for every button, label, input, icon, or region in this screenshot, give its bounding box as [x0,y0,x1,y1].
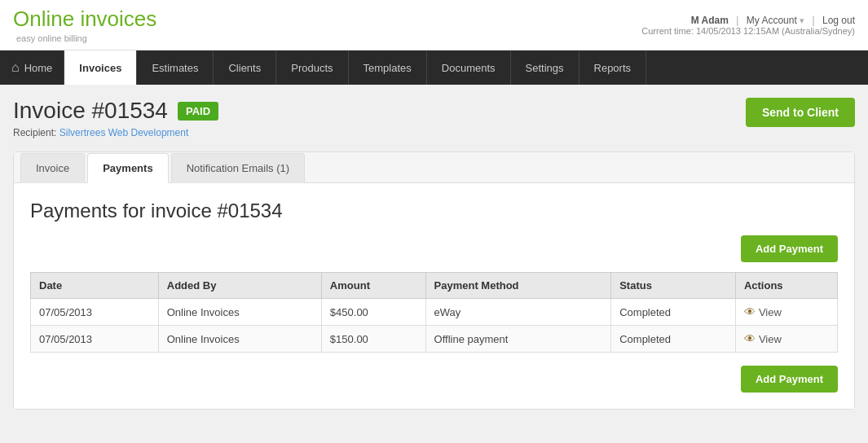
nav-item-reports[interactable]: Reports [579,50,647,85]
tabs: Invoice Payments Notification Emails (1) [14,152,854,183]
nav-item-clients[interactable]: Clients [214,50,276,85]
nav-item-templates[interactable]: Templates [349,50,427,85]
logo: Online invoices [13,7,156,32]
top-header: Online invoices easy online billing M Ad… [0,0,868,50]
home-icon: ⌂ [11,60,20,75]
separator2: | [812,15,814,26]
col-header-added-by: Added By [158,273,321,299]
main-nav: ⌂ Home Invoices Estimates Clients Produc… [0,50,868,85]
tab-invoice-label: Invoice [36,162,69,174]
add-payment-button-bottom[interactable]: Add Payment [741,366,838,393]
cell-date: 07/05/2013 [31,299,159,326]
user-area: M Adam | My Account ▾ | Log out Current … [641,15,855,36]
current-time: Current time: 14/05/2013 12:15AM (Austra… [641,26,855,36]
content-area: Invoice #01534 PAID Recipient: Silvertre… [0,85,868,423]
cell-status: Completed [611,326,736,353]
col-header-amount: Amount [321,273,425,299]
nav-label-documents: Documents [442,62,496,74]
separator: | [736,15,738,26]
logo-subtitle: easy online billing [16,33,156,43]
col-header-actions: Actions [735,273,837,299]
cell-added-by: Online Invoices [158,299,321,326]
logo-invoices: invoices [74,7,156,31]
recipient-label: Recipient: [13,127,56,138]
my-account-link[interactable]: My Account [747,15,797,26]
recipient-link[interactable]: Silvertrees Web Development [59,127,189,138]
invoice-header: Invoice #01534 PAID Recipient: Silvertre… [13,98,855,138]
tab-invoice[interactable]: Invoice [20,153,85,183]
tab-content: Payments for invoice #01534 Add Payment … [14,183,854,409]
nav-label-reports: Reports [594,62,632,74]
view-label: View [759,333,782,345]
cell-amount: $150.00 [321,326,425,353]
payments-table: Date Added By Amount Payment Method Stat… [30,272,838,353]
cell-date: 07/05/2013 [31,326,159,353]
cell-status: Completed [611,299,736,326]
col-header-date: Date [31,273,159,299]
tab-container: Invoice Payments Notification Emails (1)… [13,151,855,410]
cell-added-by: Online Invoices [158,326,321,353]
nav-item-home[interactable]: ⌂ Home [0,50,64,85]
cell-amount: $450.00 [321,299,425,326]
add-payment-bottom: Add Payment [30,366,838,393]
invoice-title: Invoice #01534 PAID [13,98,218,124]
nav-item-settings[interactable]: Settings [511,50,579,85]
cell-actions: 👁 View [735,299,837,326]
eye-icon: 👁 [744,332,756,345]
paid-badge: PAID [178,102,218,121]
view-action-link[interactable]: 👁 View [744,305,829,318]
view-action-link[interactable]: 👁 View [744,332,829,345]
tab-notification-emails-label: Notification Emails (1) [187,162,289,174]
send-to-client-button[interactable]: Send to Client [746,98,855,127]
invoice-number: Invoice #01534 [13,98,168,124]
dropdown-icon: ▾ [800,15,804,25]
payments-tbody: 07/05/2013 Online Invoices $450.00 eWay … [31,299,838,353]
tab-payments-label: Payments [103,162,152,174]
nav-label-home: Home [24,62,53,74]
cell-actions: 👁 View [735,326,837,353]
eye-icon: 👁 [744,305,756,318]
invoice-title-area: Invoice #01534 PAID Recipient: Silvertre… [13,98,218,138]
nav-label-products: Products [291,62,333,74]
recipient-line: Recipient: Silvertrees Web Development [13,127,218,138]
nav-label-templates: Templates [364,62,412,74]
nav-item-invoices[interactable]: Invoices [64,50,137,85]
nav-label-settings: Settings [526,62,564,74]
col-header-status: Status [611,273,736,299]
add-payment-top: Add Payment [30,235,838,262]
table-row: 07/05/2013 Online Invoices $150.00 Offli… [31,326,838,353]
nav-label-clients: Clients [228,62,261,74]
nav-item-documents[interactable]: Documents [427,50,511,85]
logout-link[interactable]: Log out [822,15,855,26]
col-header-payment-method: Payment Method [425,273,611,299]
logo-area: Online invoices easy online billing [13,7,156,43]
cell-payment-method: Offline payment [425,326,611,353]
nav-item-estimates[interactable]: Estimates [137,50,214,85]
table-row: 07/05/2013 Online Invoices $450.00 eWay … [31,299,838,326]
add-payment-button-top[interactable]: Add Payment [741,235,838,262]
payments-title: Payments for invoice #01534 [30,200,838,222]
tab-notification-emails[interactable]: Notification Emails (1) [171,153,305,183]
tab-payments[interactable]: Payments [87,153,168,183]
view-label: View [759,306,782,318]
nav-label-estimates: Estimates [152,62,198,74]
cell-payment-method: eWay [425,299,611,326]
logo-online: Online [13,7,74,31]
nav-item-products[interactable]: Products [276,50,348,85]
user-name: M Adam [691,15,729,26]
nav-label-invoices: Invoices [79,62,121,74]
